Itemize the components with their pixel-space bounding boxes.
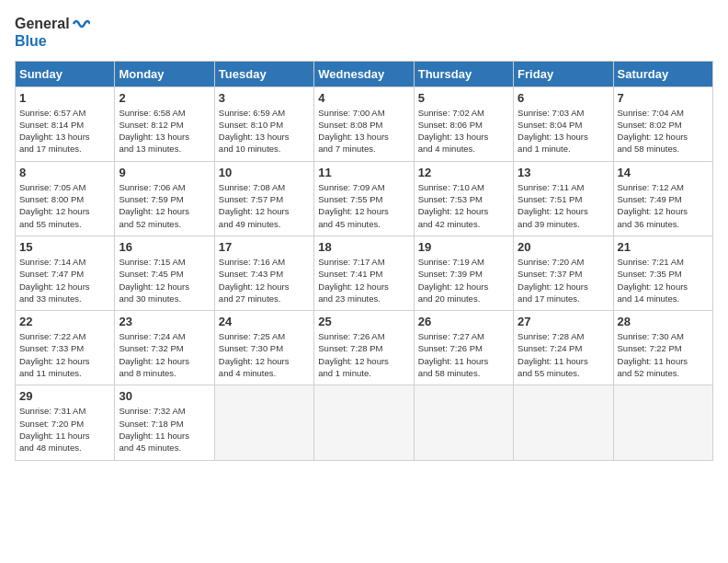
calendar-cell [314,385,414,460]
calendar-cell: 1Sunrise: 6:57 AMSunset: 8:14 PMDaylight… [16,86,115,161]
logo: General Blue [15,15,90,50]
calendar-cell: 19Sunrise: 7:19 AMSunset: 7:39 PMDayligh… [414,236,513,310]
cell-content: Sunrise: 6:58 AMSunset: 8:12 PMDaylight:… [119,107,210,155]
calendar-cell: 28Sunrise: 7:30 AMSunset: 7:22 PMDayligh… [613,311,712,385]
calendar-cell: 22Sunrise: 7:22 AMSunset: 7:33 PMDayligh… [16,311,115,385]
calendar-cell: 4Sunrise: 7:00 AMSunset: 8:08 PMDaylight… [314,86,414,161]
day-number: 8 [19,166,110,179]
day-number: 13 [518,166,609,179]
day-number: 30 [119,389,210,403]
cell-content: Sunrise: 7:20 AMSunset: 7:37 PMDaylight:… [518,256,609,304]
cell-content: Sunrise: 7:21 AMSunset: 7:35 PMDaylight:… [618,256,709,304]
calendar-cell [613,385,712,460]
cell-content: Sunrise: 7:22 AMSunset: 7:33 PMDaylight:… [19,330,110,379]
day-number: 17 [219,240,310,254]
week-row-3: 15Sunrise: 7:14 AMSunset: 7:47 PMDayligh… [16,236,713,310]
week-row-5: 29Sunrise: 7:31 AMSunset: 7:20 PMDayligh… [16,385,713,460]
day-number: 27 [518,315,609,328]
cell-content: Sunrise: 7:12 AMSunset: 7:49 PMDaylight:… [618,181,709,230]
col-header-sunday: Sunday [16,61,115,86]
cell-content: Sunrise: 7:08 AMSunset: 7:57 PMDaylight:… [219,181,310,230]
day-number: 25 [318,315,409,328]
day-number: 20 [518,240,609,254]
day-number: 2 [119,91,210,105]
calendar-cell: 2Sunrise: 6:58 AMSunset: 8:12 PMDaylight… [115,86,214,161]
cell-content: Sunrise: 6:59 AMSunset: 8:10 PMDaylight:… [219,107,310,155]
logo-wave-icon [72,15,90,33]
calendar-cell [414,385,513,460]
cell-content: Sunrise: 7:10 AMSunset: 7:53 PMDaylight:… [418,181,509,230]
day-number: 12 [418,166,509,179]
day-number: 22 [19,315,110,328]
day-number: 1 [19,91,110,105]
cell-content: Sunrise: 7:02 AMSunset: 8:06 PMDaylight:… [418,107,509,155]
cell-content: Sunrise: 7:28 AMSunset: 7:24 PMDaylight:… [518,330,609,379]
cell-content: Sunrise: 6:57 AMSunset: 8:14 PMDaylight:… [19,107,110,155]
calendar-cell: 20Sunrise: 7:20 AMSunset: 7:37 PMDayligh… [514,236,613,310]
cell-content: Sunrise: 7:17 AMSunset: 7:41 PMDaylight:… [318,256,409,304]
cell-content: Sunrise: 7:24 AMSunset: 7:32 PMDaylight:… [119,330,210,379]
cell-content: Sunrise: 7:26 AMSunset: 7:28 PMDaylight:… [318,330,409,379]
day-number: 10 [219,166,310,179]
calendar-cell: 10Sunrise: 7:08 AMSunset: 7:57 PMDayligh… [214,161,313,236]
day-number: 5 [418,91,509,105]
day-number: 23 [119,315,210,328]
day-number: 29 [19,389,110,403]
week-row-1: 1Sunrise: 6:57 AMSunset: 8:14 PMDaylight… [16,86,713,161]
calendar-cell: 18Sunrise: 7:17 AMSunset: 7:41 PMDayligh… [314,236,414,310]
day-number: 28 [618,315,709,328]
day-number: 3 [219,91,310,105]
cell-content: Sunrise: 7:11 AMSunset: 7:51 PMDaylight:… [518,181,609,230]
col-header-wednesday: Wednesday [314,61,414,86]
page-header: General Blue [15,15,713,50]
calendar-cell: 6Sunrise: 7:03 AMSunset: 8:04 PMDaylight… [514,86,613,161]
calendar-cell: 23Sunrise: 7:24 AMSunset: 7:32 PMDayligh… [115,311,214,385]
col-header-saturday: Saturday [613,61,712,86]
calendar-cell [214,385,313,460]
calendar-cell: 26Sunrise: 7:27 AMSunset: 7:26 PMDayligh… [414,311,513,385]
calendar-cell: 8Sunrise: 7:05 AMSunset: 8:00 PMDaylight… [16,161,115,236]
day-number: 11 [318,166,409,179]
logo-blue: Blue [15,33,90,50]
day-number: 14 [618,166,709,179]
calendar-cell: 24Sunrise: 7:25 AMSunset: 7:30 PMDayligh… [214,311,313,385]
week-row-4: 22Sunrise: 7:22 AMSunset: 7:33 PMDayligh… [16,311,713,385]
col-header-thursday: Thursday [414,61,513,86]
cell-content: Sunrise: 7:32 AMSunset: 7:18 PMDaylight:… [119,405,210,454]
cell-content: Sunrise: 7:06 AMSunset: 7:59 PMDaylight:… [119,181,210,230]
calendar-cell: 30Sunrise: 7:32 AMSunset: 7:18 PMDayligh… [115,385,214,460]
col-header-tuesday: Tuesday [214,61,313,86]
cell-content: Sunrise: 7:25 AMSunset: 7:30 PMDaylight:… [219,330,310,379]
day-number: 21 [618,240,709,254]
calendar-cell: 7Sunrise: 7:04 AMSunset: 8:02 PMDaylight… [613,86,712,161]
cell-content: Sunrise: 7:03 AMSunset: 8:04 PMDaylight:… [518,107,609,155]
cell-content: Sunrise: 7:19 AMSunset: 7:39 PMDaylight:… [418,256,509,304]
calendar-cell: 11Sunrise: 7:09 AMSunset: 7:55 PMDayligh… [314,161,414,236]
day-number: 26 [418,315,509,328]
day-number: 18 [318,240,409,254]
calendar-cell: 29Sunrise: 7:31 AMSunset: 7:20 PMDayligh… [16,385,115,460]
day-number: 24 [219,315,310,328]
calendar-cell: 21Sunrise: 7:21 AMSunset: 7:35 PMDayligh… [613,236,712,310]
col-header-monday: Monday [115,61,214,86]
calendar-table: SundayMondayTuesdayWednesdayThursdayFrid… [15,61,713,461]
cell-content: Sunrise: 7:30 AMSunset: 7:22 PMDaylight:… [618,330,709,379]
day-number: 7 [618,91,709,105]
calendar-cell: 13Sunrise: 7:11 AMSunset: 7:51 PMDayligh… [514,161,613,236]
day-number: 4 [318,91,409,105]
logo-general: General [15,16,70,32]
calendar-cell: 12Sunrise: 7:10 AMSunset: 7:53 PMDayligh… [414,161,513,236]
cell-content: Sunrise: 7:15 AMSunset: 7:45 PMDaylight:… [119,256,210,304]
calendar-cell: 5Sunrise: 7:02 AMSunset: 8:06 PMDaylight… [414,86,513,161]
calendar-cell: 14Sunrise: 7:12 AMSunset: 7:49 PMDayligh… [613,161,712,236]
day-number: 19 [418,240,509,254]
calendar-cell: 17Sunrise: 7:16 AMSunset: 7:43 PMDayligh… [214,236,313,310]
calendar-cell: 25Sunrise: 7:26 AMSunset: 7:28 PMDayligh… [314,311,414,385]
cell-content: Sunrise: 7:27 AMSunset: 7:26 PMDaylight:… [418,330,509,379]
calendar-cell [514,385,613,460]
cell-content: Sunrise: 7:31 AMSunset: 7:20 PMDaylight:… [19,405,110,454]
cell-content: Sunrise: 7:09 AMSunset: 7:55 PMDaylight:… [318,181,409,230]
header-row: SundayMondayTuesdayWednesdayThursdayFrid… [16,61,713,86]
calendar-cell: 15Sunrise: 7:14 AMSunset: 7:47 PMDayligh… [16,236,115,310]
calendar-cell: 27Sunrise: 7:28 AMSunset: 7:24 PMDayligh… [514,311,613,385]
